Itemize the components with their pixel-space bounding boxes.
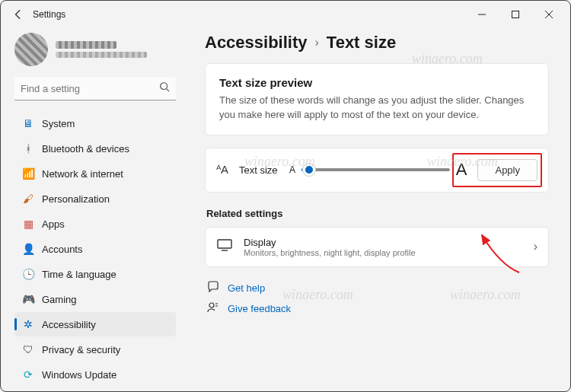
avatar <box>14 33 48 66</box>
sidebar-item-personalization[interactable]: 🖌Personalization <box>14 186 176 211</box>
time-language-icon: 🕒 <box>22 268 34 280</box>
search-icon <box>159 81 170 95</box>
chevron-right-icon: › <box>315 36 319 49</box>
titlebar: Settings <box>1 1 570 28</box>
accessibility-icon: ✲ <box>22 318 34 330</box>
sidebar-item-label: Gaming <box>42 294 77 305</box>
sidebar-item-label: Time & language <box>42 269 116 280</box>
breadcrumb: Accessibility › Text size <box>205 33 549 53</box>
main-content: Accessibility › Text size Text size prev… <box>183 28 570 391</box>
display-row-subtitle: Monitors, brightness, night light, displ… <box>244 248 523 257</box>
slider-min-label: A <box>289 164 295 175</box>
sidebar-nav: 🖥SystemᚼBluetooth & devices📶Network & in… <box>14 111 176 387</box>
profile-email-redacted <box>56 52 147 58</box>
app-title: Settings <box>33 9 65 20</box>
sidebar-item-label: Personalization <box>42 193 110 205</box>
sidebar-item-bluetooth-devices[interactable]: ᚼBluetooth & devices <box>14 136 176 161</box>
sidebar-item-label: Windows Update <box>42 369 116 381</box>
slider-wrap: A A <box>289 160 467 180</box>
text-size-slider[interactable] <box>301 168 450 171</box>
preview-title: Text size preview <box>219 76 534 89</box>
slider-thumb[interactable] <box>303 164 315 176</box>
sidebar-item-label: System <box>42 118 75 129</box>
sidebar-item-apps[interactable]: ▦Apps <box>14 212 176 236</box>
search-input[interactable] <box>21 83 159 94</box>
help-links: Get help Give feedback <box>205 281 549 316</box>
minimize-icon <box>478 11 486 18</box>
accounts-icon: 👤 <box>22 243 34 255</box>
chevron-right-icon: › <box>534 240 538 253</box>
gaming-icon: 🎮 <box>22 293 34 305</box>
profile-block[interactable] <box>14 33 176 66</box>
bluetooth-devices-icon: ᚼ <box>22 142 34 155</box>
back-arrow-icon <box>13 9 24 20</box>
sidebar-item-label: Bluetooth & devices <box>42 143 129 155</box>
text-size-slider-card: ᴬA Text size A A Apply <box>205 148 549 193</box>
maximize-icon <box>512 11 519 18</box>
display-row-title: Display <box>244 237 523 248</box>
close-icon <box>545 11 553 18</box>
sidebar-item-label: Apps <box>42 218 65 230</box>
slider-max-label: A <box>456 160 467 180</box>
apps-icon: ▦ <box>22 218 34 230</box>
sidebar-item-label: Network & internet <box>42 168 123 180</box>
breadcrumb-current: Text size <box>327 33 396 53</box>
sidebar-item-privacy-security[interactable]: 🛡Privacy & security <box>14 337 176 362</box>
sidebar: 🖥SystemᚼBluetooth & devices📶Network & in… <box>1 28 183 391</box>
maximize-button[interactable] <box>499 3 532 26</box>
network-internet-icon: 📶 <box>22 167 34 180</box>
sidebar-item-network-internet[interactable]: 📶Network & internet <box>14 161 176 186</box>
minimize-button[interactable] <box>465 3 499 26</box>
apply-button[interactable]: Apply <box>477 159 538 181</box>
sidebar-item-accounts[interactable]: 👤Accounts <box>14 237 176 261</box>
back-button[interactable] <box>8 5 28 24</box>
search-box[interactable] <box>14 77 176 100</box>
sidebar-item-time-language[interactable]: 🕒Time & language <box>14 262 176 286</box>
sidebar-item-system[interactable]: 🖥System <box>14 111 176 135</box>
personalization-icon: 🖌 <box>22 193 34 205</box>
sidebar-item-gaming[interactable]: 🎮Gaming <box>14 287 176 311</box>
sidebar-item-accessibility[interactable]: ✲Accessibility <box>14 312 176 336</box>
give-feedback-link[interactable]: Give feedback <box>206 301 549 316</box>
display-icon <box>216 239 233 254</box>
settings-window: Settings 🖥SystemᚼBluetooth & devices📶 <box>0 0 571 392</box>
preview-body: The size of these words will change as y… <box>219 94 534 123</box>
display-setting-row[interactable]: Display Monitors, brightness, night ligh… <box>205 227 549 267</box>
breadcrumb-parent[interactable]: Accessibility <box>205 33 308 53</box>
profile-name-redacted <box>56 41 116 49</box>
sidebar-item-windows-update[interactable]: ⟳Windows Update <box>14 362 176 387</box>
help-icon <box>206 281 220 295</box>
system-icon: 🖥 <box>22 117 34 129</box>
give-feedback-label: Give feedback <box>228 303 291 314</box>
text-size-preview-card: Text size preview The size of these word… <box>205 63 549 135</box>
text-size-icon: ᴬA <box>216 163 228 177</box>
privacy-security-icon: 🛡 <box>22 343 34 355</box>
feedback-icon <box>206 301 220 316</box>
svg-rect-6 <box>218 240 231 248</box>
svg-rect-1 <box>512 11 519 18</box>
svg-point-8 <box>209 303 214 308</box>
sidebar-item-label: Privacy & security <box>42 344 120 355</box>
slider-label: Text size <box>239 164 279 176</box>
get-help-link[interactable]: Get help <box>206 281 549 295</box>
get-help-label: Get help <box>228 282 265 294</box>
svg-line-5 <box>167 89 170 92</box>
close-button[interactable] <box>532 3 566 26</box>
sidebar-item-label: Accessibility <box>42 319 96 330</box>
sidebar-item-label: Accounts <box>42 244 82 255</box>
svg-point-4 <box>161 83 167 90</box>
windows-update-icon: ⟳ <box>22 368 34 381</box>
related-settings-heading: Related settings <box>206 208 549 219</box>
